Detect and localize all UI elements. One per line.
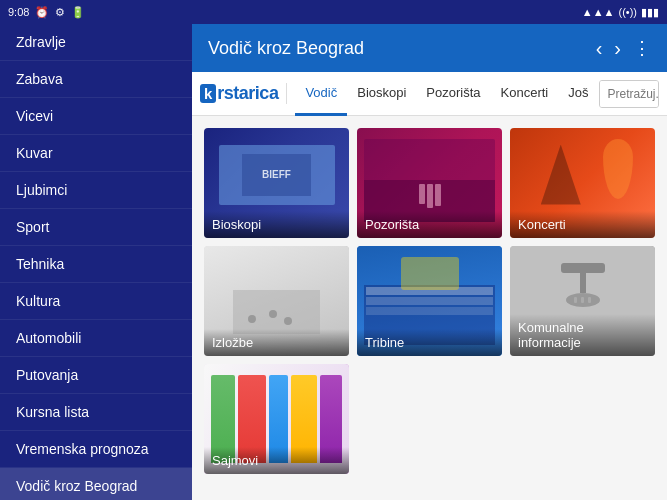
time-display: 9:08 (8, 6, 29, 18)
pozorista-label: Pozorišta (357, 211, 502, 238)
bioskopi-label: Bioskopi (204, 211, 349, 238)
grid-item-komunalne[interactable]: Komunalne informacije (510, 246, 655, 356)
sidebar-item-sport[interactable]: Sport (0, 209, 192, 246)
komunalne-label: Komunalne informacije (510, 314, 655, 356)
grid-area: BIEFF Bioskopi (192, 116, 667, 500)
logo-area: k rstarica (200, 83, 287, 104)
tab-pozorista[interactable]: Pozorišta (416, 72, 490, 116)
grid-item-pozorista[interactable]: Pozorišta (357, 128, 502, 238)
chevron-left-icon[interactable]: ‹ (596, 37, 603, 60)
sidebar: Zdravlje Zabava Vicevi Kuvar Ljubimci Sp… (0, 24, 192, 500)
grid-item-koncerti[interactable]: Koncerti (510, 128, 655, 238)
battery-charging-icon: 🔋 (71, 6, 85, 19)
sidebar-item-vodic[interactable]: Vodič kroz Beograd (0, 468, 192, 500)
chevron-right-icon[interactable]: › (614, 37, 621, 60)
tab-koncerti[interactable]: Koncerti (491, 72, 559, 116)
top-bar-icons: ‹ › ⋮ (596, 37, 651, 60)
koncerti-label: Koncerti (510, 211, 655, 238)
search-input[interactable] (600, 81, 660, 107)
tab-jos[interactable]: Još (558, 72, 598, 116)
settings-icon: ⚙ (55, 6, 65, 19)
more-options-icon[interactable]: ⋮ (633, 37, 651, 59)
signal-icon: ▲▲▲ (582, 6, 615, 18)
sidebar-item-zdravlje[interactable]: Zdravlje (0, 24, 192, 61)
main-layout: Zdravlje Zabava Vicevi Kuvar Ljubimci Sp… (0, 24, 667, 500)
sidebar-item-vicevi[interactable]: Vicevi (0, 98, 192, 135)
main-grid: BIEFF Bioskopi (204, 128, 655, 474)
tab-vodic[interactable]: Vodič (295, 72, 347, 116)
nav-tabs: k rstarica Vodič Bioskopi Pozorišta Konc… (192, 72, 667, 116)
sidebar-item-zabava[interactable]: Zabava (0, 61, 192, 98)
sidebar-item-automobili[interactable]: Automobili (0, 320, 192, 357)
logo-k: k (200, 84, 216, 103)
status-bar-right: ▲▲▲ ((•)) ▮▮▮ (582, 6, 659, 19)
page-title: Vodič kroz Beograd (208, 38, 364, 59)
sidebar-item-kultura[interactable]: Kultura (0, 283, 192, 320)
battery-icon: ▮▮▮ (641, 6, 659, 19)
sajmovi-label: Sajmovi (204, 447, 349, 474)
search-box: 🔍 (599, 80, 660, 108)
wifi-icon: ((•)) (618, 6, 637, 18)
sidebar-item-vremenska-prognoza[interactable]: Vremenska prognoza (0, 431, 192, 468)
sidebar-item-kuvar[interactable]: Kuvar (0, 135, 192, 172)
grid-item-bioskopi[interactable]: BIEFF Bioskopi (204, 128, 349, 238)
alarm-icon: ⏰ (35, 6, 49, 19)
grid-item-sajmovi[interactable]: Sajmovi (204, 364, 349, 474)
izlozbe-label: Izložbe (204, 329, 349, 356)
content-area: Vodič kroz Beograd ‹ › ⋮ k rstarica Vodi… (192, 24, 667, 500)
status-bar: 9:08 ⏰ ⚙ 🔋 ▲▲▲ ((•)) ▮▮▮ (0, 0, 667, 24)
logo-text: rstarica (217, 83, 278, 104)
top-bar: Vodič kroz Beograd ‹ › ⋮ (192, 24, 667, 72)
tribine-label: Tribine (357, 329, 502, 356)
sidebar-item-putovanja[interactable]: Putovanja (0, 357, 192, 394)
tab-bioskopi[interactable]: Bioskopi (347, 72, 416, 116)
sidebar-item-tehnika[interactable]: Tehnika (0, 246, 192, 283)
sidebar-item-kursna-lista[interactable]: Kursna lista (0, 394, 192, 431)
sidebar-item-ljubimci[interactable]: Ljubimci (0, 172, 192, 209)
grid-item-izlozbe[interactable]: Izložbe (204, 246, 349, 356)
grid-item-tribine[interactable]: Tribine (357, 246, 502, 356)
status-bar-left: 9:08 ⏰ ⚙ 🔋 (8, 6, 85, 19)
